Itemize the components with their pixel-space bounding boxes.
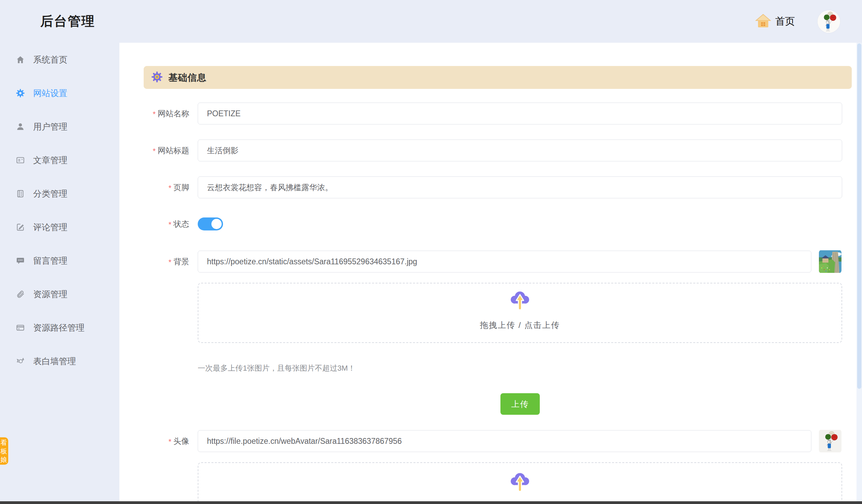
sidebar-item-label: 评论管理	[33, 222, 67, 233]
article-icon	[16, 156, 25, 165]
sidebar-item-label: 表白墙管理	[33, 356, 76, 367]
required-asterisk: *	[168, 220, 171, 229]
home-link[interactable]: 首页	[755, 14, 795, 29]
avatar-label: *头像	[100, 430, 189, 452]
upload-button[interactable]: 上传	[500, 393, 540, 415]
topbar-right: 首页	[755, 0, 840, 43]
kanban-girl-badge[interactable]: 看板娘	[0, 437, 8, 465]
sidebar-item-confession-wall[interactable]: 表白墙管理	[0, 344, 119, 378]
kanban-girl-badge-label: 看板娘	[0, 438, 7, 464]
basic-info-title: 基础信息	[168, 71, 207, 84]
comment-edit-icon	[16, 223, 25, 232]
status-toggle[interactable]	[198, 217, 223, 230]
site-name-input[interactable]	[198, 103, 842, 124]
upload-area-text: 拖拽上传 / 点击上传	[198, 320, 841, 331]
user-icon	[16, 122, 25, 131]
sidebar-item-label: 留言管理	[33, 255, 67, 266]
home-house-icon	[755, 14, 771, 29]
basic-info-header: 基础信息	[144, 66, 852, 89]
bank-card-icon	[16, 323, 25, 332]
toggle-knob	[211, 219, 222, 229]
sidebar-item-resources[interactable]: 资源管理	[0, 277, 119, 311]
avatar-upload-dropzone[interactable]	[198, 462, 842, 504]
admin-page: 后台管理 首页	[0, 0, 862, 504]
user-avatar[interactable]	[818, 10, 840, 33]
upload-hint: 一次最多上传1张图片，且每张图片不超过3M！	[198, 363, 355, 373]
sidebar-item-resource-paths[interactable]: 资源路径管理	[0, 311, 119, 344]
required-asterisk: *	[168, 258, 171, 266]
site-title-label: *网站标题	[100, 140, 189, 161]
sidebar-item-label: 用户管理	[33, 121, 67, 132]
site-name-label: *网站名称	[100, 103, 189, 124]
home-icon	[16, 55, 25, 64]
window-bottom-edge	[0, 501, 862, 504]
required-asterisk: *	[153, 147, 156, 155]
sidebar-item-system-home[interactable]: 系统首页	[0, 43, 119, 76]
site-title-input[interactable]	[198, 140, 842, 161]
footer-input[interactable]	[198, 176, 842, 198]
paperclip-icon	[16, 290, 25, 299]
sidebar-item-label: 分类管理	[33, 188, 67, 199]
required-asterisk: *	[168, 184, 171, 192]
message-icon	[16, 256, 25, 265]
background-url-input[interactable]	[198, 251, 811, 273]
home-link-label: 首页	[775, 15, 795, 28]
upload-cloud-icon	[198, 289, 841, 315]
sidebar-item-label: 网站设置	[33, 88, 67, 99]
sidebar-item-label: 资源管理	[33, 289, 67, 300]
gear-icon	[16, 89, 25, 98]
upload-cloud-icon	[198, 470, 841, 496]
gear-icon	[151, 71, 163, 84]
sidebar-item-label: 资源路径管理	[33, 322, 84, 333]
avatar-thumbnail	[819, 429, 841, 453]
background-upload-dropzone[interactable]: 拖拽上传 / 点击上传	[198, 283, 842, 343]
avatar-url-input[interactable]	[198, 430, 811, 452]
status-label: *状态	[100, 217, 189, 230]
footer-label: *页脚	[100, 176, 189, 198]
required-asterisk: *	[153, 110, 156, 118]
sidebar-item-label: 文章管理	[33, 155, 67, 166]
sidebar-item-label: 系统首页	[33, 54, 67, 65]
scrollbar-thumb[interactable]	[857, 43, 861, 389]
app-title: 后台管理	[40, 0, 95, 43]
background-label: *背景	[100, 251, 189, 273]
background-thumbnail	[819, 250, 841, 273]
category-icon	[16, 189, 25, 198]
required-asterisk: *	[168, 437, 171, 446]
candy-icon	[16, 357, 25, 366]
